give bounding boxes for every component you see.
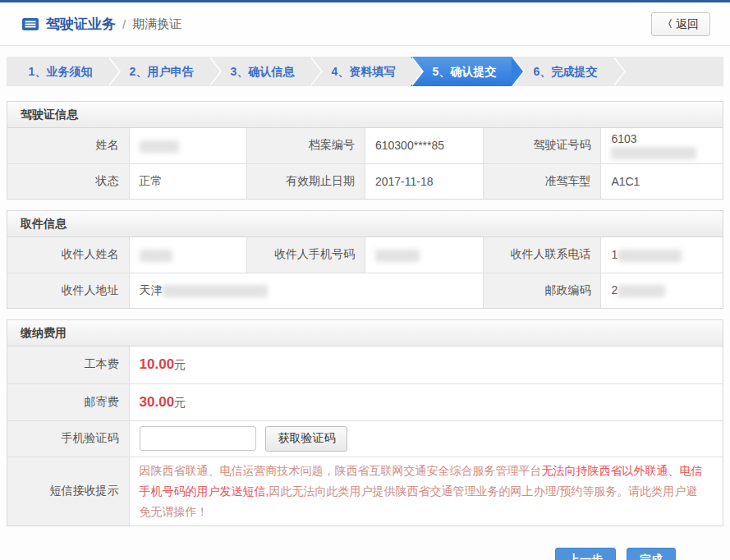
back-button-label: 返回 — [676, 13, 699, 35]
breadcrumb-divider: / — [122, 17, 126, 31]
license-no-label: 驾驶证号码 — [483, 128, 601, 163]
file-no-value: 610300****85 — [365, 128, 483, 163]
back-chevron-icon: 〈 — [663, 13, 673, 35]
sms-notice-label: 短信接收提示 — [7, 457, 129, 526]
pickup-info-section: 取件信息 收件人姓名 收件人手机号码 收件人联系电话 1 收件人地址 天津 邮政… — [7, 210, 723, 309]
table-row: 收件人姓名 收件人手机号码 收件人联系电话 1 — [7, 237, 723, 273]
recipient-phone-value: 1 — [601, 237, 723, 273]
redacted-value — [163, 285, 268, 297]
sms-code-cell: 获取验证码 — [129, 420, 723, 457]
license-section-title: 驾驶证信息 — [7, 102, 723, 128]
table-row: 工本费 10.00元 — [7, 347, 723, 383]
footer-actions: 上一步 完成 — [0, 537, 730, 560]
vehicle-class-value: A1C1 — [601, 163, 723, 199]
step-tab-confirm-info[interactable]: 3、确认信息 — [209, 57, 310, 86]
post-fee-unit: 元 — [174, 396, 186, 409]
recipient-mobile-label: 收件人手机号码 — [247, 237, 365, 273]
step-bar-filler — [613, 57, 723, 86]
table-row: 收件人地址 天津 邮政编码 2 — [7, 273, 723, 308]
post-fee-label: 邮寄费 — [7, 383, 129, 420]
recipient-phone-label: 收件人联系电话 — [483, 237, 601, 273]
pickup-section-title: 取件信息 — [7, 211, 723, 237]
redacted-value — [618, 250, 682, 262]
sms-code-label: 手机验证码 — [7, 420, 129, 457]
name-value — [129, 128, 247, 163]
breadcrumb-current: 期满换证 — [132, 16, 181, 32]
step-wizard: 1、业务须知 2、用户申告 3、确认信息 4、资料填写 5、确认提交 6、完成提… — [7, 57, 723, 86]
get-code-button[interactable]: 获取验证码 — [265, 426, 347, 452]
page-header: 驾驶证业务 / 期满换证 〈 返回 — [0, 2, 730, 46]
redacted-value — [140, 140, 179, 153]
expiry-label: 有效期止日期 — [247, 163, 365, 199]
work-fee-label: 工本费 — [7, 347, 129, 383]
name-label: 姓名 — [7, 128, 129, 163]
fees-section-title: 缴纳费用 — [7, 320, 723, 347]
previous-step-button[interactable]: 上一步 — [555, 548, 616, 560]
pickup-info-table: 收件人姓名 收件人手机号码 收件人联系电话 1 收件人地址 天津 邮政编码 2 — [7, 237, 723, 308]
license-no-value: 6103 — [601, 128, 723, 163]
step-tab-business-notice[interactable]: 1、业务须知 — [7, 57, 108, 86]
finish-button[interactable]: 完成 — [627, 548, 676, 560]
postcode-value: 2 — [601, 273, 723, 308]
redacted-value — [618, 285, 665, 297]
postcode-label: 邮政编码 — [483, 273, 601, 308]
status-label: 状态 — [7, 163, 129, 199]
redacted-value — [375, 250, 420, 262]
step-tab-confirm-submit-active[interactable]: 5、确认提交 — [411, 57, 512, 86]
step-tab-fill-materials[interactable]: 4、资料填写 — [310, 57, 411, 86]
table-row: 手机验证码 获取验证码 — [7, 420, 723, 457]
recipient-mobile-value — [365, 237, 483, 273]
recipient-name-label: 收件人姓名 — [7, 237, 129, 273]
work-fee-amount: 10.00 — [140, 356, 175, 372]
table-row: 邮寄费 30.00元 — [7, 383, 723, 420]
redacted-value — [140, 250, 172, 262]
fees-section: 缴纳费用 工本费 10.00元 邮寄费 30.00元 手机验证码 获取验证码 短… — [7, 319, 723, 526]
recipient-address-value: 天津 — [129, 273, 483, 308]
file-no-label: 档案编号 — [247, 128, 365, 163]
sms-code-input[interactable] — [140, 426, 256, 451]
license-info-section: 驾驶证信息 姓名 档案编号 610300****85 驾驶证号码 6103 状态… — [7, 101, 723, 200]
redacted-value — [611, 147, 696, 159]
step-tab-user-declaration[interactable]: 2、用户申告 — [108, 57, 209, 86]
table-row: 姓名 档案编号 610300****85 驾驶证号码 6103 — [7, 128, 723, 163]
expiry-value: 2017-11-18 — [365, 163, 483, 199]
table-row: 短信接收提示 因陕西省联通、电信运营商技术问题，陕西省互联网交通安全综合服务管理… — [7, 457, 723, 526]
back-button[interactable]: 〈 返回 — [651, 12, 710, 36]
work-fee-unit: 元 — [174, 358, 186, 371]
recipient-address-label: 收件人地址 — [7, 273, 129, 308]
document-list-icon — [21, 17, 39, 31]
post-fee-value: 30.00元 — [129, 383, 723, 420]
license-info-table: 姓名 档案编号 610300****85 驾驶证号码 6103 状态 正常 有效… — [7, 128, 723, 199]
recipient-name-value — [129, 237, 247, 273]
table-row: 状态 正常 有效期止日期 2017-11-18 准驾车型 A1C1 — [7, 163, 723, 199]
vehicle-class-label: 准驾车型 — [483, 163, 601, 199]
fees-table: 工本费 10.00元 邮寄费 30.00元 手机验证码 获取验证码 短信接收提示… — [7, 347, 723, 526]
post-fee-amount: 30.00 — [140, 394, 175, 410]
sms-notice-cell: 因陕西省联通、电信运营商技术问题，陕西省互联网交通安全综合服务管理平台无法向持陕… — [129, 457, 723, 526]
page-title: 驾驶证业务 — [46, 15, 116, 34]
work-fee-value: 10.00元 — [129, 347, 723, 383]
sms-notice-text: 因陕西省联通、电信运营商技术问题，陕西省互联网交通安全综合服务管理平台无法向持陕… — [140, 457, 723, 526]
status-value: 正常 — [129, 163, 247, 199]
step-tab-complete-submit[interactable]: 6、完成提交 — [512, 57, 613, 86]
